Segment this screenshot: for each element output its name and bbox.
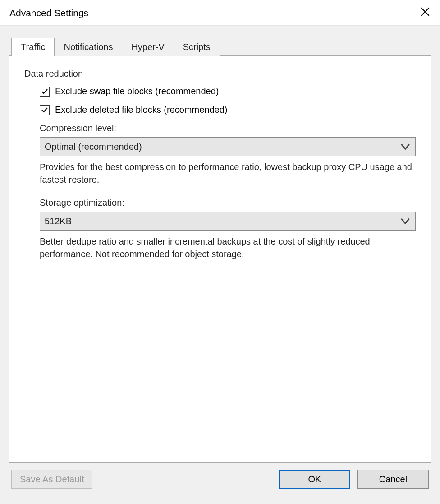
close-button[interactable] [411,0,440,26]
storage-description: Better dedupe ratio and smaller incremen… [40,235,416,260]
storage-label: Storage optimization: [40,198,416,208]
dialog-footer: Save As Default OK Cancel [9,463,431,495]
cancel-button[interactable]: Cancel [358,470,429,489]
dialog-window: Advanced Settings Traffic Notifications … [0,0,440,504]
checkmark-icon [41,106,48,114]
checkbox-label: Exclude deleted file blocks (recommended… [55,105,227,115]
button-label: OK [308,474,321,485]
tab-notifications[interactable]: Notifications [54,38,122,56]
titlebar: Advanced Settings [0,0,440,26]
group-header: Data reduction [24,69,416,79]
tab-label: Scripts [183,42,211,52]
select-value: 512KB [45,216,399,227]
group-title: Data reduction [24,69,83,79]
checkbox-box [40,87,50,97]
group-divider [87,74,416,74]
select-value: Optimal (recommended) [45,142,399,152]
compression-label: Compression level: [40,123,416,134]
tab-traffic[interactable]: Traffic [11,38,55,56]
checkbox-box [40,105,50,115]
compression-description: Provides for the best compression to per… [40,161,416,186]
checkbox-exclude-swap[interactable]: Exclude swap file blocks (recommended) [40,86,416,97]
close-icon [421,7,430,18]
ok-button[interactable]: OK [279,470,350,489]
client-area: Traffic Notifications Hyper-V Scripts Da… [0,26,440,504]
button-label: Cancel [379,474,407,485]
field-compression: Compression level: Optimal (recommended)… [40,123,416,186]
window-title: Advanced Settings [9,8,411,18]
compression-select[interactable]: Optimal (recommended) [40,137,416,156]
field-storage-optimization: Storage optimization: 512KB Better dedup… [40,198,416,260]
group-data-reduction: Data reduction Exclude swap file blocks … [24,69,416,260]
tab-panel-traffic: Data reduction Exclude swap file blocks … [9,55,431,463]
tab-scripts[interactable]: Scripts [174,38,220,56]
chevron-down-icon [399,140,412,153]
checkbox-label: Exclude swap file blocks (recommended) [55,86,219,97]
checkbox-exclude-deleted[interactable]: Exclude deleted file blocks (recommended… [40,105,416,115]
checkmark-icon [41,88,48,95]
tab-hyper-v[interactable]: Hyper-V [122,38,174,56]
tab-label: Notifications [64,42,113,52]
save-as-default-button: Save As Default [11,470,92,489]
storage-select[interactable]: 512KB [40,212,416,231]
button-label: Save As Default [20,474,84,485]
tab-label: Traffic [21,42,45,52]
chevron-down-icon [399,215,412,227]
tabstrip: Traffic Notifications Hyper-V Scripts [9,37,431,56]
tab-label: Hyper-V [131,42,164,52]
